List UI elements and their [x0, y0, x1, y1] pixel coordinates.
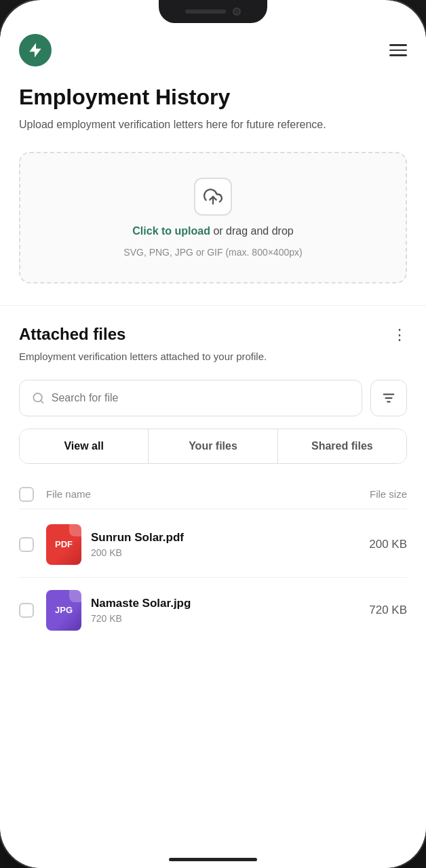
app-logo[interactable] — [19, 34, 52, 66]
attached-files-header: Attached files ⋮ — [19, 325, 407, 344]
tab-your-files[interactable]: Your files — [149, 429, 277, 463]
upload-cloud-icon — [204, 187, 222, 206]
table-row[interactable]: JPG Namaste Solar.jpg 720 KB 720 KB — [19, 578, 407, 643]
table-row[interactable]: PDF Sunrun Solar.pdf 200 KB 200 KB — [19, 512, 407, 578]
col-file-size: File size — [370, 488, 407, 500]
col-file-name: File name — [46, 488, 370, 500]
upload-icon-wrapper — [194, 178, 232, 216]
select-all-checkbox[interactable] — [19, 487, 34, 502]
upload-dropzone[interactable]: Click to upload or drag and drop SVG, PN… — [19, 152, 407, 283]
filter-button[interactable] — [370, 380, 407, 416]
svg-marker-0 — [29, 43, 41, 58]
search-row — [19, 380, 407, 416]
file-type-icon-jpg: JPG — [46, 590, 81, 631]
header-checkbox-col — [19, 487, 46, 502]
filter-icon — [381, 391, 396, 406]
file-checkbox-1[interactable] — [19, 537, 34, 552]
search-input-wrapper[interactable] — [19, 380, 362, 416]
lightning-icon — [26, 41, 44, 59]
upload-click-label[interactable]: Click to upload — [132, 225, 210, 237]
file-info-2: Namaste Solar.jpg 720 KB — [91, 597, 369, 624]
home-indicator — [169, 858, 257, 861]
row-checkbox-col — [19, 537, 46, 552]
attached-files-desc: Employment verification letters attached… — [19, 349, 407, 365]
menu-button[interactable] — [389, 44, 407, 56]
tab-view-all[interactable]: View all — [20, 429, 149, 463]
search-icon — [32, 391, 45, 405]
file-name-2: Namaste Solar.jpg — [91, 597, 369, 610]
attached-files-title: Attached files — [19, 325, 125, 344]
page-title: Employment History — [19, 84, 407, 110]
file-size-main-1: 200 KB — [369, 538, 407, 551]
upload-instruction: Click to upload or drag and drop — [132, 225, 293, 237]
tab-shared-files[interactable]: Shared files — [278, 429, 406, 463]
table-header: File name File size — [19, 480, 407, 509]
section-divider — [0, 305, 426, 306]
row-checkbox-col — [19, 603, 46, 618]
upload-drag-label: or drag and drop — [210, 225, 294, 237]
app-header — [0, 23, 426, 77]
file-tabs: View all Your files Shared files — [19, 429, 407, 464]
search-input[interactable] — [52, 392, 349, 404]
file-type-label: JPG — [55, 605, 73, 615]
file-size-sub-1: 200 KB — [91, 547, 369, 558]
more-options-button[interactable]: ⋮ — [392, 326, 407, 344]
file-info-1: Sunrun Solar.pdf 200 KB — [91, 531, 369, 558]
upload-hint: SVG, PNG, JPG or GIF (max. 800×400px) — [123, 247, 302, 258]
file-type-label: PDF — [55, 539, 73, 549]
file-size-main-2: 720 KB — [369, 604, 407, 617]
file-checkbox-2[interactable] — [19, 603, 34, 618]
page-subtitle: Upload employment verification letters h… — [19, 117, 407, 133]
svg-line-3 — [41, 401, 43, 403]
file-type-icon-pdf: PDF — [46, 524, 81, 565]
file-size-sub-2: 720 KB — [91, 613, 369, 624]
file-name-1: Sunrun Solar.pdf — [91, 531, 369, 545]
